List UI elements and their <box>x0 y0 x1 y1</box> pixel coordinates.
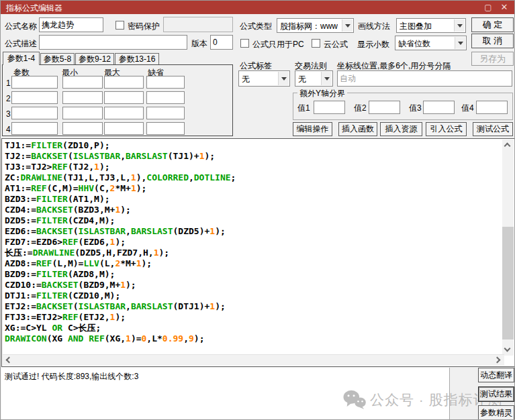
edit-operations-button[interactable]: 编辑操作 <box>293 122 332 136</box>
scroll-up-icon[interactable] <box>502 140 514 151</box>
param-4-name-input[interactable] <box>11 122 58 135</box>
value3-input[interactable] <box>423 101 455 114</box>
formula-tag-value: 无 <box>242 74 250 85</box>
chevron-down-icon[interactable] <box>278 72 289 85</box>
param-2-min-input[interactable] <box>62 91 103 104</box>
cloud-formula-label: 云公式 <box>324 39 348 50</box>
pc-only-checkbox[interactable]: 公式只用于PC <box>240 38 308 49</box>
decimal-value: 缺省位数 <box>398 38 430 50</box>
formula-name-label: 公式名称 <box>5 21 37 32</box>
value2-label: 值2 <box>354 103 367 114</box>
extra-y-groupbox: 额外Y轴分界 值1 值2 值3 值4 <box>293 93 513 120</box>
tab-params-13-16[interactable]: 参数13-16 <box>115 53 159 65</box>
formula-type-label: 公式类型 <box>240 21 272 32</box>
value4-input[interactable] <box>476 101 508 114</box>
scrollbar-thumb[interactable] <box>502 227 514 339</box>
tab-params-1-4[interactable]: 参数1-4 <box>3 52 40 65</box>
titlebar: 指标公式编辑器 ▢ ✕ <box>1 1 515 14</box>
formula-desc-label: 公式描述 <box>5 38 37 50</box>
coord-line-input[interactable] <box>337 70 512 87</box>
value1-input[interactable] <box>314 101 345 114</box>
param-4-min-input[interactable] <box>62 122 103 135</box>
chevron-down-icon[interactable] <box>342 19 353 32</box>
param-3-min-input[interactable] <box>62 107 103 119</box>
import-formula-button[interactable]: 引入公式 <box>426 122 467 136</box>
formula-desc-input[interactable] <box>39 35 187 50</box>
close-icon[interactable]: ✕ <box>498 2 510 13</box>
test-formula-button[interactable]: 测试公式 <box>473 122 513 136</box>
ok-button[interactable]: 确 定 <box>471 17 514 32</box>
value4-label: 值4 <box>461 103 474 114</box>
param-2-max-input[interactable] <box>104 91 144 104</box>
cloud-formula-checkbox[interactable]: 云公式 <box>312 38 352 49</box>
horizontal-scrollbar[interactable] <box>3 354 504 366</box>
decimal-combo[interactable]: 缺省位数 <box>395 36 467 50</box>
password-protect-checkbox[interactable]: 密码保护 <box>115 20 169 31</box>
save-as-button: 另存为 <box>471 52 514 66</box>
param-1-default-input[interactable] <box>146 76 185 89</box>
extra-y-title: 额外Y轴分界 <box>297 88 347 99</box>
decimal-label: 显示小数 <box>357 39 389 50</box>
window-title: 指标公式编辑器 <box>6 3 62 14</box>
formula-type-value: 股指标网：www <box>280 21 338 32</box>
draw-method-combo[interactable]: 主图叠加 <box>396 18 466 33</box>
draw-method-value: 主图叠加 <box>400 21 432 32</box>
param-4-max-input[interactable] <box>104 122 144 135</box>
test-status-message: 测试通过! 代码长度:893,输出线个数:3 <box>5 371 138 382</box>
version-input[interactable] <box>210 35 233 50</box>
cancel-button[interactable]: 取 消 <box>471 34 514 48</box>
code-editor[interactable]: TJ1:=FILTER(ZD10,P);TJ2:=BACKSET(ISLASTB… <box>1 138 515 367</box>
param-row-label: 2 <box>6 94 11 103</box>
trade-rule-value: 无 <box>298 74 306 85</box>
param-row-label: 1 <box>6 78 11 88</box>
password-protect-label: 密码保护 <box>128 21 160 32</box>
value3-label: 值3 <box>409 103 422 114</box>
chevron-down-icon[interactable] <box>455 37 465 49</box>
param-2-name-input[interactable] <box>11 91 58 104</box>
param-1-max-input[interactable] <box>104 76 144 89</box>
scroll-right-icon[interactable] <box>493 355 504 366</box>
insert-function-button[interactable]: 插入函数 <box>338 122 377 136</box>
param-row-label: 3 <box>6 109 11 119</box>
param-wizard-button[interactable]: 参数精灵 <box>478 405 514 420</box>
param-4-default-input[interactable] <box>146 122 185 135</box>
scroll-left-icon[interactable] <box>3 355 14 366</box>
pc-only-label: 公式只用于PC <box>252 39 304 50</box>
insert-resource-button[interactable]: 插入资源 <box>380 122 422 136</box>
formula-tag-combo[interactable]: 无 <box>238 70 290 87</box>
chevron-down-icon[interactable] <box>321 72 332 85</box>
wechat-icon <box>343 390 366 409</box>
chevron-down-icon[interactable] <box>454 19 465 32</box>
trade-rule-combo[interactable]: 无 <box>295 70 333 87</box>
params-panel: 参数 最小 最大 缺省 1 2 3 4 <box>2 64 233 136</box>
value2-input[interactable] <box>369 101 400 114</box>
formula-type-combo[interactable]: 股指标网：www <box>277 18 354 33</box>
vertical-scrollbar[interactable] <box>502 140 514 356</box>
param-3-default-input[interactable] <box>146 107 185 119</box>
maximize-icon[interactable]: ▢ <box>482 2 494 13</box>
param-1-name-input[interactable] <box>11 76 58 89</box>
param-2-default-input[interactable] <box>146 91 185 104</box>
version-label: 版本 <box>191 38 207 50</box>
tab-params-5-8[interactable]: 参数5-8 <box>40 53 75 65</box>
param-3-max-input[interactable] <box>104 107 144 119</box>
formula-editor-window: 指标公式编辑器 ▢ ✕ 公式名称 密码保护 公式类型 股指标网：www 画线方法… <box>0 0 515 420</box>
test-result-button[interactable]: 测试结果 <box>478 386 514 402</box>
dynamic-translate-button[interactable]: 动态翻译 <box>478 368 514 382</box>
draw-method-label: 画线方法 <box>358 21 390 32</box>
param-row-label: 4 <box>6 125 11 134</box>
checkbox-box-icon <box>115 21 124 30</box>
code-text: TJ1:=FILTER(ZD10,P);TJ2:=BACKSET(ISLASTB… <box>5 140 236 344</box>
tab-params-9-12[interactable]: 参数9-12 <box>75 53 114 65</box>
param-1-min-input[interactable] <box>62 76 103 89</box>
password-input <box>163 17 233 32</box>
param-3-name-input[interactable] <box>11 107 58 119</box>
formula-name-input[interactable] <box>39 17 103 32</box>
checkbox-box-icon <box>312 39 320 48</box>
checkbox-box-icon <box>240 39 249 48</box>
value1-label: 值1 <box>297 103 310 114</box>
